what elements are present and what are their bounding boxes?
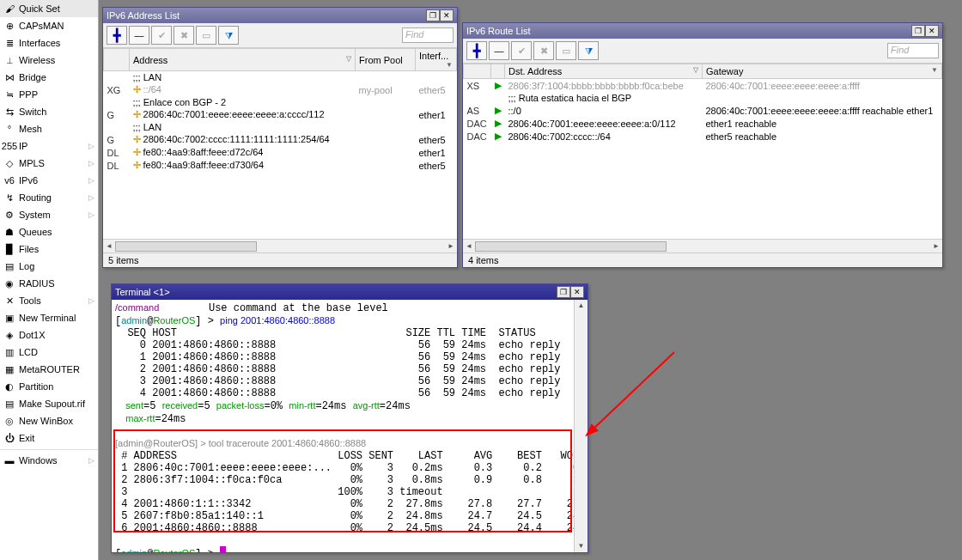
sidebar-item-mesh[interactable]: °Mesh <box>0 120 98 137</box>
window-restore-button[interactable]: ❐ <box>911 25 925 37</box>
sidebar-item-files[interactable]: ▉Files <box>0 240 98 258</box>
sidebar-item-dot1x[interactable]: ◈Dot1X <box>0 326 98 344</box>
h-scrollbar[interactable] <box>103 239 457 253</box>
filter-button[interactable]: ⧩ <box>218 26 239 45</box>
annotation-arrow <box>580 344 683 447</box>
remove-button[interactable]: — <box>489 41 509 60</box>
table-row[interactable]: DL✢ fe80::4aa9:8aff:feee:d72c/64ether1 <box>104 146 457 159</box>
col-address[interactable]: Address▽ <box>130 49 356 71</box>
sidebar-item-radius[interactable]: ◉RADIUS <box>0 275 98 292</box>
sidebar-label: CAPsMAN <box>19 21 64 31</box>
sidebar-item-ipv6[interactable]: v6IPv6▷ <box>0 172 98 189</box>
sidebar-item-capsman[interactable]: ⊕CAPsMAN <box>0 17 98 34</box>
col-gateway[interactable]: Gateway▼ <box>703 64 942 79</box>
table-row[interactable]: DL✢ fe80::4aa9:8aff:feee:d730/64ether5 <box>104 159 457 172</box>
window-close-button[interactable]: ✕ <box>570 286 584 298</box>
sidebar-item-bridge[interactable]: ⋈Bridge <box>0 69 98 86</box>
sidebar-label: New Terminal <box>19 313 76 323</box>
terminal-output[interactable]: /command Use command at the base level [… <box>112 300 588 552</box>
table-row[interactable]: ;;; Ruta estatica hacia el BGP <box>464 92 942 104</box>
table-row[interactable]: ;;; LAN <box>104 121 457 133</box>
sidebar-item-partition[interactable]: ◐Partition <box>0 378 98 395</box>
comment-button[interactable]: ▭ <box>196 26 216 45</box>
sidebar-label: Partition <box>19 381 53 392</box>
sidebar-label: MetaROUTER <box>19 364 80 374</box>
menu-icon: ☗ <box>3 226 15 238</box>
route-table[interactable]: Dst. Address▽ Gateway▼ XS▶2806:3f7:1004:… <box>463 64 942 239</box>
chevron-right-icon: ▷ <box>88 456 94 465</box>
v-scrollbar[interactable] <box>574 300 588 552</box>
sidebar-label: Wireless <box>19 55 55 65</box>
sidebar-item-make-supout.rif[interactable]: ▤Make Supout.rif <box>0 395 98 412</box>
enable-button[interactable]: ✔ <box>151 26 172 45</box>
sidebar-item-lcd[interactable]: ▥LCD <box>0 344 98 361</box>
svg-line-0 <box>593 352 674 429</box>
sidebar-item-switch[interactable]: ⇆Switch <box>0 103 98 120</box>
ipv6-route-window: IPv6 Route List ❐ ✕ ╋ — ✔ ✖ ▭ ⧩ Find Dst… <box>462 22 943 268</box>
window-title: Terminal <1> <box>115 287 557 297</box>
col-icon[interactable] <box>491 64 505 79</box>
window-titlebar[interactable]: IPv6 Route List ❐ ✕ <box>463 23 942 39</box>
sidebar-item-routing[interactable]: ↯Routing▷ <box>0 189 98 206</box>
sidebar: 🖌Quick Set⊕CAPsMAN≣Interfaces⟂Wireless⋈B… <box>0 0 99 560</box>
menu-icon: ▤ <box>3 260 15 272</box>
table-row[interactable]: G✢ 2806:40c:7002:cccc:1111:1111:1111:254… <box>104 133 457 146</box>
sidebar-item-mpls[interactable]: ◇MPLS▷ <box>0 155 98 172</box>
sidebar-item-wireless[interactable]: ⟂Wireless <box>0 52 98 69</box>
sidebar-item-log[interactable]: ▤Log <box>0 258 98 275</box>
sidebar-label: LCD <box>19 347 38 357</box>
address-table[interactable]: Address▽ From Pool Interf...▼ ;;; LANXG✢… <box>103 48 457 239</box>
menu-icon: ⚙ <box>3 209 15 221</box>
find-input[interactable]: Find <box>887 43 939 58</box>
table-row[interactable]: G✢ 2806:40c:7001:eeee:eeee:eeee:a:cccc/1… <box>104 108 457 121</box>
table-row[interactable]: DAC▶2806:40c:7002:cccc::/64ether5 reacha… <box>464 130 942 143</box>
chevron-right-icon: ▷ <box>88 142 94 150</box>
h-scrollbar[interactable] <box>463 239 942 253</box>
add-button[interactable]: ╋ <box>107 26 127 45</box>
window-close-button[interactable]: ✕ <box>925 25 939 37</box>
window-titlebar[interactable]: IPv6 Address List ❐ ✕ <box>103 8 457 23</box>
disable-button[interactable]: ✖ <box>174 26 194 45</box>
sidebar-item-ip[interactable]: 255IP▷ <box>0 137 98 155</box>
find-input[interactable]: Find <box>402 27 454 43</box>
window-close-button[interactable]: ✕ <box>440 9 454 21</box>
statusbar: 4 items <box>463 253 942 267</box>
menu-icon: ◎ <box>3 415 15 427</box>
table-row[interactable]: XS▶2806:3f7:1004:bbbb:bbbb:bbbb:f0ca:beb… <box>464 79 942 93</box>
sidebar-item-windows[interactable]: ▬Windows▷ <box>0 449 98 469</box>
sidebar-item-tools[interactable]: ✕Tools▷ <box>0 292 98 309</box>
menu-icon: ≣ <box>3 37 15 49</box>
sidebar-item-new-winbox[interactable]: ◎New WinBox <box>0 412 98 429</box>
sidebar-item-quick-set[interactable]: 🖌Quick Set <box>0 0 98 17</box>
menu-icon: ▤ <box>3 398 15 410</box>
sidebar-item-interfaces[interactable]: ≣Interfaces <box>0 34 98 52</box>
col-flags[interactable] <box>464 64 491 79</box>
sidebar-label: IPv6 <box>19 175 38 186</box>
filter-button[interactable]: ⧩ <box>578 41 599 60</box>
comment-button[interactable]: ▭ <box>556 41 576 60</box>
window-restore-button[interactable]: ❐ <box>426 9 440 21</box>
col-flags[interactable] <box>104 49 130 71</box>
table-row[interactable]: ;;; Enlace con BGP - 2 <box>104 96 457 108</box>
enable-button[interactable]: ✔ <box>511 41 532 60</box>
window-titlebar[interactable]: Terminal <1> ❐ ✕ <box>112 284 588 300</box>
col-frompool[interactable]: From Pool <box>356 49 416 71</box>
sidebar-item-exit[interactable]: ⏻Exit <box>0 429 98 447</box>
add-button[interactable]: ╋ <box>466 41 487 60</box>
col-dst[interactable]: Dst. Address▽ <box>505 64 703 79</box>
table-row[interactable]: AS▶::/02806:40c:7001:eeee:eeee:eeee:a:ff… <box>464 104 942 117</box>
disable-button[interactable]: ✖ <box>533 41 554 60</box>
sidebar-item-system[interactable]: ⚙System▷ <box>0 206 98 223</box>
sidebar-item-metarouter[interactable]: ▦MetaROUTER <box>0 361 98 378</box>
sidebar-item-new-terminal[interactable]: ▣New Terminal <box>0 309 98 326</box>
remove-button[interactable]: — <box>129 26 149 45</box>
col-interface[interactable]: Interf...▼ <box>416 49 457 71</box>
table-row[interactable]: ;;; LAN <box>104 71 457 84</box>
table-row[interactable]: XG✢ ::/64my-poolether5 <box>104 83 457 96</box>
sidebar-item-ppp[interactable]: ≒PPP <box>0 86 98 103</box>
statusbar: 5 items <box>103 253 457 267</box>
table-row[interactable]: DAC▶2806:40c:7001:eeee:eeee:eeee:a:0/112… <box>464 117 942 130</box>
menu-icon: ▥ <box>3 346 15 358</box>
window-restore-button[interactable]: ❐ <box>557 286 570 298</box>
sidebar-item-queues[interactable]: ☗Queues <box>0 223 98 240</box>
